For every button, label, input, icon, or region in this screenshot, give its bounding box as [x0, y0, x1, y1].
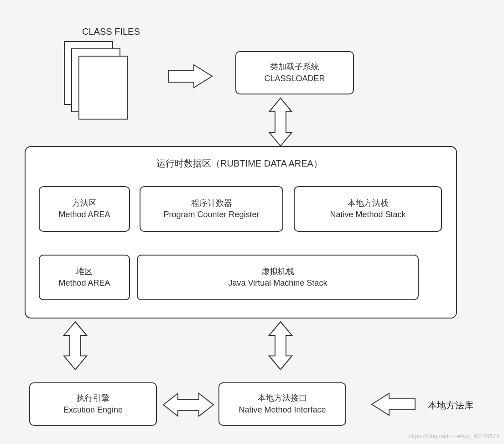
execution-engine-box: 执行引擎 Excution Engine [29, 382, 157, 426]
svg-marker-5 [372, 393, 415, 415]
svg-marker-1 [269, 98, 292, 146]
pc-register-box: 程序计数器 Program Counter Register [140, 186, 283, 232]
native-interface-label-cn: 本地方法接口 [258, 392, 307, 404]
svg-marker-3 [269, 322, 292, 370]
svg-marker-4 [163, 393, 213, 416]
watermark: https://blog.csdn.net/qq_40479674 [409, 433, 500, 439]
class-files-stack-icon [64, 41, 128, 121]
native-stack-label-cn: 本地方法栈 [348, 198, 389, 209]
method-area-label-cn: 方法区 [72, 198, 97, 209]
jvm-stack-label-en: Java Virtual Machine Stack [229, 277, 327, 289]
class-files-label: CLASS FILES [82, 26, 140, 37]
svg-marker-0 [169, 65, 212, 88]
double-arrow-horizontal-icon [163, 392, 213, 418]
native-interface-label-en: Native Method Interface [239, 404, 326, 416]
jvm-stack-label-cn: 虚拟机栈 [261, 266, 294, 277]
double-arrow-vertical-icon [267, 322, 294, 370]
jvm-stack-box: 虚拟机栈 Java Virtual Machine Stack [137, 255, 419, 300]
classloader-label-en: CLASSLOADER [264, 73, 325, 84]
native-stack-label-en: Native Method Stack [330, 209, 405, 220]
native-lib-label: 本地方法库 [428, 399, 473, 412]
pc-register-label-en: Program Counter Register [163, 209, 259, 220]
pc-register-label-cn: 程序计数器 [191, 198, 232, 209]
method-area-box: 方法区 Method AREA [39, 186, 130, 232]
heap-area-box: 堆区 Method AREA [39, 255, 130, 300]
classloader-label-cn: 类加载子系统 [270, 61, 319, 73]
arrow-right-icon [169, 65, 214, 88]
arrow-left-icon [372, 393, 415, 415]
exec-engine-label-en: Excution Engine [63, 404, 123, 416]
heap-label-en: Method AREA [58, 277, 110, 289]
heap-label-cn: 堆区 [76, 266, 93, 277]
runtime-area-title: 运行时数据区（RUBTIME DATA AREA） [132, 157, 347, 170]
svg-marker-2 [64, 322, 87, 370]
method-area-label-en: Method AREA [58, 209, 110, 220]
native-method-stack-box: 本地方法栈 Native Method Stack [294, 186, 442, 232]
double-arrow-vertical-icon [62, 322, 89, 370]
exec-engine-label-cn: 执行引擎 [77, 392, 109, 404]
classloader-box: 类加载子系统 CLASSLOADER [235, 51, 354, 94]
native-method-interface-box: 本地方法接口 Native Method Interface [218, 382, 346, 426]
double-arrow-vertical-icon [267, 98, 294, 146]
